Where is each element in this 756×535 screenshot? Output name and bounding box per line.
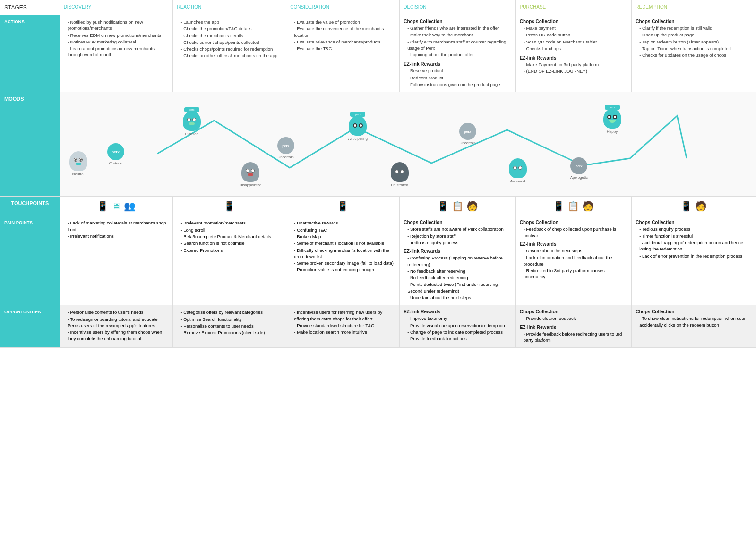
discovery-label: DISCOVERY bbox=[64, 4, 92, 9]
actions-discovery: Notified by push notifications on new pr… bbox=[60, 15, 173, 92]
list-item: Provide clearer feedback bbox=[520, 315, 628, 321]
list-item: Change of page to indicate completed pro… bbox=[404, 329, 512, 335]
actions-consideration: Evaluate the value of promotion Evaluate… bbox=[286, 15, 400, 92]
header-decision: DECISION bbox=[400, 0, 516, 15]
purchase-label: PURCHASE bbox=[520, 4, 546, 9]
decision-ezlink-title: EZ-link Rewards bbox=[404, 61, 512, 67]
opportunities-text: OPPORTUNITIES bbox=[4, 309, 41, 314]
actions-discovery-list: Notified by push notifications on new pr… bbox=[64, 19, 169, 58]
mobile-icon: 📱 bbox=[437, 200, 449, 212]
list-item: Expired Promotions bbox=[177, 247, 282, 253]
opp-redemption: Chops Collection To show clear instructi… bbox=[632, 305, 756, 348]
list-item: Irrelevant promotion/merchants bbox=[177, 220, 282, 226]
list-icon: 📋 bbox=[452, 200, 464, 212]
list-item: Tedious enquiry process bbox=[404, 240, 512, 246]
list-item: Optimize Search functionality bbox=[177, 316, 282, 322]
opp-decision-ezlink-title: EZ-link Rewards bbox=[404, 309, 512, 314]
list-item: Make Payment on 3rd party platform bbox=[520, 61, 628, 68]
decision-ezlink-list: Reserve product Redeem product Follow in… bbox=[404, 68, 512, 87]
purchase-ezlink-section: EZ-link Rewards Make Payment on 3rd part… bbox=[520, 55, 628, 75]
mobile-icon: 📱 bbox=[680, 200, 692, 212]
decision-ezlink-section: EZ-link Rewards Reserve product Redeem p… bbox=[404, 61, 512, 87]
touchpoints-reaction: 📱 bbox=[173, 197, 286, 216]
list-item: Checks for chops bbox=[520, 45, 628, 52]
touchpoints-consideration: 📱 bbox=[286, 197, 400, 216]
mood-neutral: Neutral bbox=[69, 151, 87, 176]
moods-row: MOODS bbox=[0, 92, 756, 197]
list-item: Unattractive rewards bbox=[290, 220, 395, 226]
touchpoints-redemption-icons: 📱 🧑 bbox=[636, 200, 752, 212]
opportunities-row: OPPORTUNITIES Personalise contents to us… bbox=[0, 305, 756, 348]
pain-purchase-ezlink: EZ-link Rewards Unsure about the next st… bbox=[520, 242, 628, 280]
touchpoints-discovery-icons: 📱 🖥 👥 bbox=[64, 200, 169, 212]
list-item: Redeem product bbox=[404, 75, 512, 81]
actions-text: ACTIONS bbox=[4, 19, 25, 24]
list-item: Feedback of chop collected upon purchase… bbox=[520, 226, 628, 239]
redemption-chops-section: Chops Collection Clarify if the redempti… bbox=[636, 19, 752, 58]
person-icon: 🧑 bbox=[582, 200, 594, 212]
opp-purchase-ezlink-title: EZ-link Rewards bbox=[520, 325, 628, 330]
list-item: Learn about promotions or new merchants … bbox=[64, 45, 169, 58]
opp-redemption-chops: Chops Collection To show clear instructi… bbox=[636, 309, 752, 328]
opp-decision-ezlink-list: Improve taxonomy Provide visual cue upon… bbox=[404, 315, 512, 342]
list-item: Checks current chops/points collected bbox=[177, 39, 282, 45]
list-item: Difficulty checking merchant's location … bbox=[290, 247, 395, 260]
list-item: Confusing Process (Tapping on reserve be… bbox=[404, 255, 512, 268]
list-item: Checks on other offers & merchants on th… bbox=[177, 52, 282, 59]
touchpoints-consideration-icons: 📱 bbox=[290, 200, 395, 212]
touchpoints-redemption: 📱 🧑 bbox=[632, 197, 756, 216]
moods-text: MOODS bbox=[4, 96, 24, 102]
list-item: Receives EDM on new promotions/merchants bbox=[64, 32, 169, 38]
touchpoints-row: TOUCHPOINTS 📱 🖥 👥 📱 📱 📱 📋 bbox=[0, 197, 756, 216]
list-item: Evaluate the convenience of the merchant… bbox=[290, 26, 395, 38]
pain-decision-ezlink: EZ-link Rewards Confusing Process (Tappi… bbox=[404, 249, 512, 301]
list-item: Some of merchant's location is not avail… bbox=[290, 240, 395, 246]
purchase-chops-title: Chops Collection bbox=[520, 19, 628, 24]
list-item: Provide feedback before redirecting user… bbox=[520, 331, 628, 344]
list-item: Provide feedback for actions bbox=[404, 336, 512, 342]
list-item: Uncertain about the next steps bbox=[404, 294, 512, 301]
pain-purchase: Chops Collection Feedback of chop collec… bbox=[515, 216, 632, 305]
pain-reaction: Irrelevant promotion/merchants Long scro… bbox=[173, 216, 286, 305]
opp-purchase-chops: Chops Collection Provide clearer feedbac… bbox=[520, 309, 628, 321]
list-item: Unsure about the next steps bbox=[520, 248, 628, 254]
opp-purchase-ezlink: EZ-link Rewards Provide feedback before … bbox=[520, 325, 628, 344]
list-item: Timer function is stressful bbox=[636, 233, 752, 239]
list-item: Provide standardised structure for T&C bbox=[290, 322, 395, 328]
actions-redemption: Chops Collection Clarify if the redempti… bbox=[632, 15, 756, 92]
list-item: Press QR code button bbox=[520, 32, 628, 38]
pain-decision-ezlink-list: Confusing Process (Tapping on reserve be… bbox=[404, 255, 512, 301]
pain-purchase-chops-title: Chops Collection bbox=[520, 220, 628, 225]
mood-uncertain-consideration: perx Uncertain bbox=[277, 137, 294, 159]
actions-reaction-list: Launches the app Checks the promotion/T&… bbox=[177, 19, 282, 59]
opp-reaction: Categorise offers by relevant categories… bbox=[173, 305, 286, 348]
list-item: Rejection by store staff bbox=[404, 233, 512, 239]
header-purchase: PURCHASE bbox=[515, 0, 632, 15]
list-item: Tap on 'Done' when transaction is comple… bbox=[636, 45, 752, 52]
pain-consideration-list: Unattractive rewards Confusing T&C Broke… bbox=[290, 220, 395, 273]
opp-discovery: Personalise contents to user's needs To … bbox=[60, 305, 173, 348]
list-item: Irrelevant notifications bbox=[64, 233, 169, 239]
list-item: Open up the product page bbox=[636, 32, 752, 38]
actions-decision: Chops Collection Gather friends who are … bbox=[400, 15, 516, 92]
mood-uncertain-purchase: perx Uncertain bbox=[459, 123, 476, 145]
list-item: Notified by push notifications on new pr… bbox=[64, 19, 169, 32]
actions-row: ACTIONS Notified by push notifications o… bbox=[0, 15, 756, 92]
pain-redemption-chops-title: Chops Collection bbox=[636, 220, 752, 225]
touchpoints-decision: 📱 📋 🧑 bbox=[400, 197, 516, 216]
pain-purchase-ezlink-title: EZ-link Rewards bbox=[520, 242, 628, 247]
opp-redemption-chops-title: Chops Collection bbox=[636, 309, 752, 314]
opp-discovery-list: Personalise contents to user's needs To … bbox=[64, 309, 169, 341]
list-item: Follow instructions given on the product… bbox=[404, 81, 512, 87]
decision-chops-list: Gather friends who are interested in the… bbox=[404, 25, 512, 58]
mobile-icon: 📱 bbox=[553, 200, 565, 212]
stages-label: STAGES bbox=[0, 0, 60, 15]
touchpoints-decision-icons: 📱 📋 🧑 bbox=[404, 200, 512, 212]
pain-redemption-chops: Chops Collection Tedious enquiry process… bbox=[636, 220, 752, 259]
person-icon: 🧑 bbox=[466, 200, 478, 212]
header-consideration: CONSIDERATION bbox=[286, 0, 400, 15]
pain-points-row: PAIN POINTS Lack of marketing collateral… bbox=[0, 216, 756, 305]
list-item: Evaluate relevance of merchants/products bbox=[290, 39, 395, 45]
mood-pleased: perx Pleased bbox=[183, 111, 201, 136]
list-item: Incentivise users by offering them chops… bbox=[64, 329, 169, 342]
